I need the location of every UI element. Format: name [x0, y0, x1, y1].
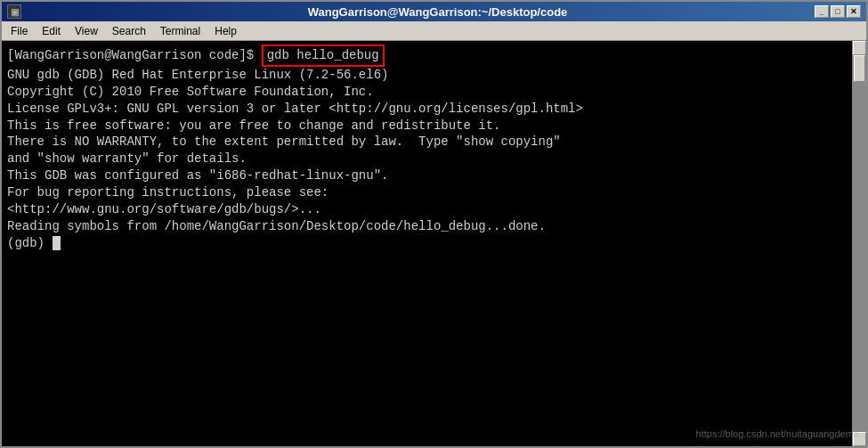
- menu-terminal[interactable]: Terminal: [153, 23, 207, 39]
- output-line-9: Reading symbols from /home/WangGarrison/…: [7, 218, 861, 235]
- terminal-window: ▣ WangGarrison@WangGarrison:~/Desktop/co…: [0, 0, 868, 448]
- output-line-3: This is free software: you are free to c…: [7, 118, 861, 134]
- output-line-7: For bug reporting instructions, please s…: [7, 184, 861, 201]
- window-title: WangGarrison@WangGarrison:~/Desktop/code: [61, 5, 815, 19]
- window-controls: _ □ ✕: [815, 5, 861, 18]
- output-line-2: License GPLv3+: GNU GPL version 3 or lat…: [7, 101, 861, 118]
- gdb-prompt: (gdb): [7, 235, 52, 252]
- output-line-8: <http://www.gnu.org/software/gdb/bugs/>.…: [7, 201, 861, 218]
- menu-search[interactable]: Search: [105, 23, 153, 39]
- menu-help[interactable]: Help: [207, 23, 244, 39]
- scroll-thumb[interactable]: [854, 55, 865, 82]
- prompt: [WangGarrison@WangGarrison code]$: [7, 47, 262, 64]
- title-bar: ▣ WangGarrison@WangGarrison:~/Desktop/co…: [2, 2, 866, 21]
- menu-file[interactable]: File: [4, 23, 35, 39]
- output-line-1: Copyright (C) 2010 Free Software Foundat…: [7, 84, 861, 101]
- watermark: https://blog.csdn.net/nuitaguangdema: [696, 428, 859, 441]
- scroll-track[interactable]: [853, 55, 866, 432]
- maximize-button[interactable]: □: [831, 5, 845, 18]
- output-line-4: There is NO WARRANTY, to the extent perm…: [7, 134, 861, 151]
- command-line: [WangGarrison@WangGarrison code]$ gdb he…: [7, 45, 861, 67]
- cursor: [53, 236, 61, 250]
- menu-view[interactable]: View: [68, 23, 105, 39]
- scroll-up-button[interactable]: ▲: [853, 41, 866, 55]
- menu-edit[interactable]: Edit: [35, 23, 68, 39]
- menu-bar: File Edit View Search Terminal Help: [2, 21, 866, 41]
- minimize-button[interactable]: _: [815, 5, 829, 18]
- terminal-area[interactable]: [WangGarrison@WangGarrison code]$ gdb he…: [2, 41, 866, 446]
- gdb-prompt-line: (gdb): [7, 235, 861, 252]
- close-button[interactable]: ✕: [847, 5, 861, 18]
- scrollbar[interactable]: ▲ ▼: [852, 41, 866, 446]
- output-line-6: This GDB was configured as "i686-redhat-…: [7, 167, 861, 184]
- output-line-0: GNU gdb (GDB) Red Hat Enterprise Linux (…: [7, 67, 861, 84]
- output-line-5: and "show warranty" for details.: [7, 151, 861, 167]
- command-highlighted: gdb hello_debug: [262, 45, 385, 67]
